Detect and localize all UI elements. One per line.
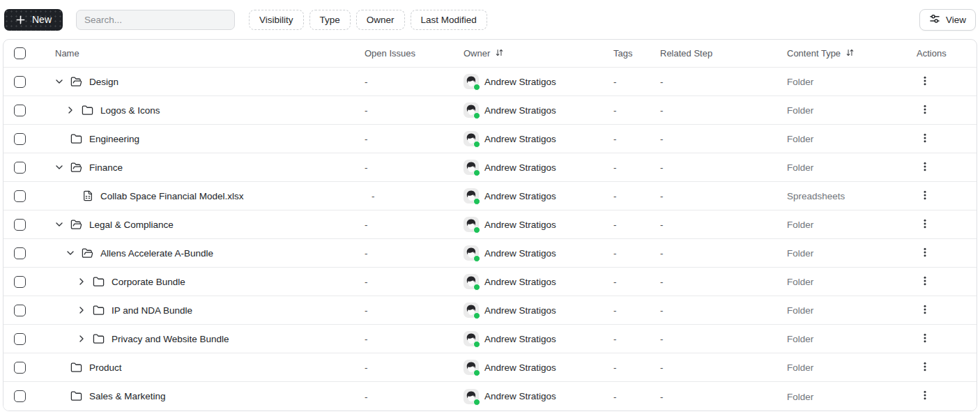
row-checkbox[interactable] xyxy=(14,76,26,88)
related-step-value: - xyxy=(660,191,664,201)
new-button[interactable]: New xyxy=(4,9,63,31)
avatar xyxy=(464,331,479,346)
item-name[interactable]: Design xyxy=(89,77,118,87)
item-name[interactable]: Logos & Icons xyxy=(100,105,160,116)
content-type-value: Folder xyxy=(787,134,813,144)
row-actions-menu-button[interactable] xyxy=(917,216,933,233)
tree-indent xyxy=(54,339,76,339)
table-row[interactable]: Legal & Compliance - Andrew Stratigos - … xyxy=(3,210,977,239)
avatar xyxy=(464,160,479,175)
filter-chips: Visibility Type Owner Last Modified xyxy=(249,10,487,30)
row-actions-menu-button[interactable] xyxy=(917,302,933,319)
related-step-value: - xyxy=(660,162,664,173)
chevron-down-icon[interactable] xyxy=(65,247,76,259)
row-actions-menu-button[interactable] xyxy=(917,245,933,261)
view-button[interactable]: View xyxy=(919,9,976,31)
kebab-icon xyxy=(920,304,930,317)
row-checkbox[interactable] xyxy=(14,105,26,116)
row-actions-menu-button[interactable] xyxy=(917,330,933,347)
row-checkbox[interactable] xyxy=(14,219,26,231)
item-name[interactable]: Product xyxy=(89,362,122,373)
search-input[interactable] xyxy=(76,10,235,30)
tags-value: - xyxy=(613,305,617,316)
filter-chip-visibility[interactable]: Visibility xyxy=(249,10,304,30)
table-row[interactable]: IP and NDA Bundle - Andrew Stratigos - -… xyxy=(3,296,977,325)
open-issues-value: - xyxy=(372,191,375,201)
avatar xyxy=(464,217,479,232)
select-all-checkbox[interactable] xyxy=(14,47,26,59)
table-row[interactable]: Collab Space Financial Model.xlsx - Andr… xyxy=(3,182,977,210)
chevron-icon xyxy=(65,190,76,201)
table-row[interactable]: Logos & Icons - Andrew Stratigos - - Fol… xyxy=(3,96,977,125)
item-name[interactable]: Sales & Marketing xyxy=(89,391,166,401)
row-actions-menu-button[interactable] xyxy=(917,102,933,118)
column-header-open-issues[interactable]: Open Issues xyxy=(365,48,464,59)
kebab-icon xyxy=(920,161,930,174)
tree-indent xyxy=(54,310,76,311)
chevron-right-icon[interactable] xyxy=(65,105,76,116)
chevron-right-icon[interactable] xyxy=(76,333,87,344)
table-row[interactable]: Allens Accelerate A-Bundle - Andrew Stra… xyxy=(3,239,977,268)
row-checkbox[interactable] xyxy=(14,190,26,202)
item-name[interactable]: Engineering xyxy=(89,134,139,144)
column-header-tags[interactable]: Tags xyxy=(613,48,660,59)
item-name[interactable]: Allens Accelerate A-Bundle xyxy=(100,248,213,259)
view-button-label: View xyxy=(946,15,966,25)
row-actions-menu-button[interactable] xyxy=(917,388,933,405)
row-checkbox[interactable] xyxy=(14,162,26,174)
sort-icon[interactable] xyxy=(495,48,504,59)
chevron-right-icon[interactable] xyxy=(76,305,87,316)
related-step-value: - xyxy=(660,105,664,116)
row-checkbox[interactable] xyxy=(14,362,26,374)
table-row[interactable]: Design - Andrew Stratigos - - Folder xyxy=(3,68,977,96)
tree-indent xyxy=(54,196,65,197)
tags-value: - xyxy=(613,220,617,230)
content-type-value: Folder xyxy=(787,105,813,116)
item-name[interactable]: Privacy and Website Bundle xyxy=(112,334,229,344)
item-name[interactable]: IP and NDA Bundle xyxy=(112,305,192,316)
item-name[interactable]: Collab Space Financial Model.xlsx xyxy=(100,191,244,201)
column-header-owner[interactable]: Owner xyxy=(464,48,613,59)
sort-icon[interactable] xyxy=(845,48,855,59)
related-step-value: - xyxy=(660,220,664,230)
open-issues-value: - xyxy=(365,334,368,344)
chevron-down-icon[interactable] xyxy=(54,219,65,230)
filter-chip-last-modified[interactable]: Last Modified xyxy=(411,10,487,30)
row-actions-menu-button[interactable] xyxy=(917,187,933,204)
row-actions-menu-button[interactable] xyxy=(917,73,933,90)
row-checkbox[interactable] xyxy=(14,247,26,259)
row-checkbox[interactable] xyxy=(14,305,26,316)
row-checkbox[interactable] xyxy=(14,333,26,345)
item-name[interactable]: Finance xyxy=(89,162,123,173)
table-row[interactable]: Engineering - Andrew Stratigos - - Folde… xyxy=(3,125,977,153)
related-step-value: - xyxy=(660,248,664,259)
filter-chip-owner[interactable]: Owner xyxy=(356,10,405,30)
row-checkbox[interactable] xyxy=(14,390,26,402)
owner-name: Andrew Stratigos xyxy=(484,134,556,144)
kebab-icon xyxy=(920,218,930,231)
chevron-right-icon[interactable] xyxy=(76,276,87,287)
filter-chip-type[interactable]: Type xyxy=(309,10,351,30)
column-header-name[interactable]: Name xyxy=(43,48,365,59)
owner-name: Andrew Stratigos xyxy=(484,305,556,316)
column-header-content-type[interactable]: Content Type xyxy=(787,48,917,59)
column-header-related-step[interactable]: Related Step xyxy=(660,48,787,59)
owner-name: Andrew Stratigos xyxy=(484,391,556,401)
table-row[interactable]: Privacy and Website Bundle - Andrew Stra… xyxy=(3,325,977,353)
table-row[interactable]: Sales & Marketing - Andrew Stratigos - -… xyxy=(3,382,977,411)
row-actions-menu-button[interactable] xyxy=(917,359,933,376)
table-row[interactable]: Product - Andrew Stratigos - - Folder xyxy=(3,353,977,382)
row-actions-menu-button[interactable] xyxy=(917,273,933,290)
chevron-down-icon[interactable] xyxy=(54,76,65,87)
content-type-value: Folder xyxy=(787,305,813,316)
item-name[interactable]: Corporate Bundle xyxy=(112,277,185,287)
row-checkbox[interactable] xyxy=(14,133,26,145)
table-row[interactable]: Corporate Bundle - Andrew Stratigos - - … xyxy=(3,268,977,296)
chevron-down-icon[interactable] xyxy=(54,162,65,173)
table-row[interactable]: Finance - Andrew Stratigos - - Folder xyxy=(3,153,977,182)
row-actions-menu-button[interactable] xyxy=(917,130,933,147)
row-checkbox[interactable] xyxy=(14,276,26,288)
item-name[interactable]: Legal & Compliance xyxy=(89,220,174,230)
row-actions-menu-button[interactable] xyxy=(917,159,933,176)
folder-icon xyxy=(70,133,82,145)
